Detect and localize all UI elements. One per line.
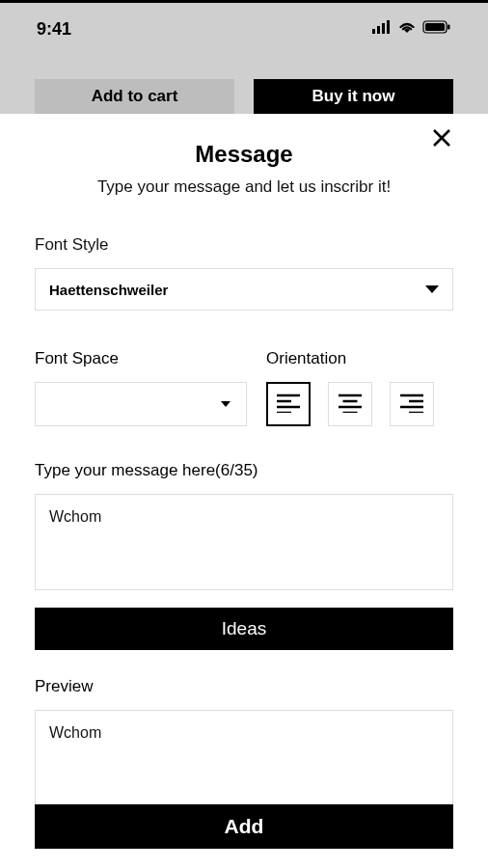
status-indicators — [372, 20, 451, 38]
align-center-icon — [339, 393, 362, 416]
svg-rect-1 — [377, 26, 380, 34]
svg-rect-2 — [382, 23, 385, 34]
font-style-value: Haettenschweiler — [49, 282, 168, 298]
status-time: 9:41 — [37, 19, 71, 40]
message-input-label: Type your message here(6/35) — [35, 461, 453, 480]
close-icon — [432, 128, 451, 150]
orientation-label: Orientation — [266, 349, 453, 368]
svg-rect-3 — [387, 20, 390, 34]
svg-rect-0 — [372, 29, 375, 34]
align-right-icon — [400, 393, 423, 416]
svg-rect-6 — [447, 25, 450, 30]
close-button[interactable] — [424, 122, 459, 156]
chevron-down-icon — [425, 285, 439, 293]
wifi-icon — [397, 20, 417, 38]
add-to-cart-button[interactable]: Add to cart — [35, 79, 234, 114]
message-modal: Message Type your message and let us ins… — [0, 114, 488, 868]
preview-box: Wchom — [35, 710, 453, 806]
add-button[interactable]: Add — [35, 804, 453, 849]
status-bar: 9:41 — [0, 0, 488, 58]
align-center-button[interactable] — [328, 382, 372, 426]
align-left-icon — [277, 393, 300, 416]
chevron-down-icon — [221, 401, 230, 407]
buy-it-now-button[interactable]: Buy it now — [254, 79, 453, 114]
font-space-label: Font Space — [35, 349, 247, 368]
modal-title: Message — [35, 141, 453, 168]
product-action-buttons: Add to cart Buy it now — [0, 79, 488, 114]
message-input[interactable]: Wchom — [35, 494, 453, 590]
ideas-button[interactable]: Ideas — [35, 608, 453, 650]
preview-value: Wchom — [49, 724, 101, 741]
align-right-button[interactable] — [390, 382, 434, 426]
preview-label: Preview — [35, 677, 453, 696]
font-style-select[interactable]: Haettenschweiler — [35, 268, 453, 311]
font-space-select[interactable] — [35, 382, 247, 426]
svg-rect-5 — [425, 23, 445, 31]
font-style-label: Font Style — [35, 235, 453, 255]
modal-subtitle: Type your message and let us inscribr it… — [35, 177, 453, 197]
battery-icon — [422, 20, 451, 38]
message-input-value: Wchom — [49, 508, 101, 525]
align-left-button[interactable] — [266, 382, 311, 426]
cellular-signal-icon — [372, 20, 392, 38]
